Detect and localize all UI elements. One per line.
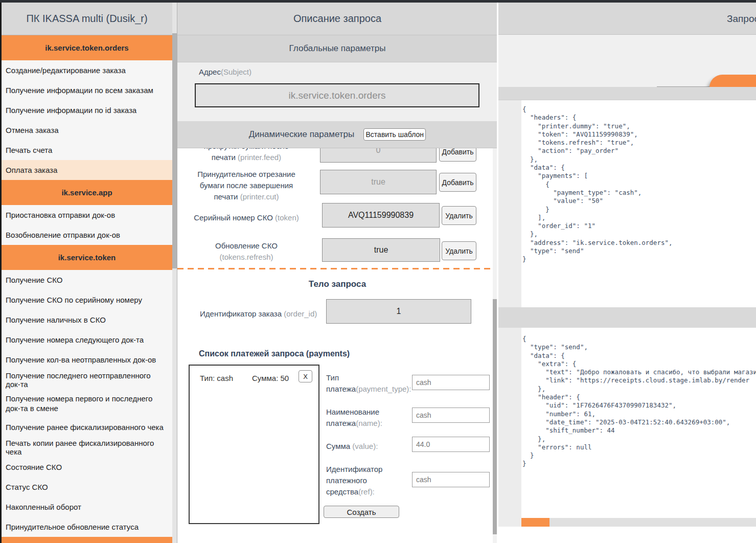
payments-list-title: Список платежей запроса (payments) bbox=[199, 349, 350, 358]
global-params-header: Глобальные параметры bbox=[177, 35, 497, 62]
sidebar-item-get-fiscalized-receipt[interactable]: Получение ранее фискализированного чека bbox=[2, 417, 172, 437]
sidebar-section-header-token-orders[interactable]: ik.service.token.orders bbox=[2, 35, 172, 60]
dynamic-params-title: Динамические параметры bbox=[249, 129, 355, 140]
address-section: Адрес(Subject) ik.service.token.orders bbox=[177, 62, 497, 121]
sidebar-section-header-partial[interactable] bbox=[2, 537, 172, 543]
tokens-refresh-input[interactable]: true bbox=[322, 238, 440, 262]
sidebar-item-get-unsent-count[interactable]: Получение кол-ва неотправленных док-ов bbox=[2, 350, 172, 370]
middle-scrollbar-thumb[interactable] bbox=[493, 299, 497, 534]
response-separator-band bbox=[498, 307, 756, 328]
payment-type-input[interactable]: cash bbox=[412, 375, 490, 390]
printer-cut-label: Принудительное отрезание бумаги после за… bbox=[177, 169, 315, 202]
sidebar-item-print-copy-fiscalized-receipt[interactable]: Печать копии ранее фискализированного че… bbox=[2, 437, 172, 457]
sidebar-item-resume-sending[interactable]: Возобновление отправки док-ов bbox=[2, 225, 172, 245]
sidebar: ПК IKASSA multi (Dusik_r) ik.service.tok… bbox=[0, 3, 172, 543]
request-panel-header: Запрос bbox=[498, 3, 756, 35]
response-json-text: { "type": "send", "data": { "extra": { "… bbox=[522, 335, 756, 468]
request-panel-title: Запрос bbox=[727, 3, 756, 35]
address-label: Адрес(Subject) bbox=[199, 67, 251, 76]
section-divider-dashed bbox=[177, 268, 494, 269]
request-body-title: Тело запроса bbox=[177, 279, 497, 289]
sidebar-item-sko-status[interactable]: Статус СКО bbox=[2, 477, 172, 497]
response-json-gutter bbox=[498, 328, 521, 518]
sidebar-item-pay-order-active[interactable]: Оплата заказа bbox=[2, 160, 172, 180]
sidebar-item-print-invoice[interactable]: Печать счета bbox=[2, 140, 172, 160]
payment-ref-label: Идентификатор платежного средства(ref): bbox=[326, 464, 414, 497]
sidebar-item-accumulated-turnover[interactable]: Накопленный оборот bbox=[2, 497, 172, 517]
sidebar-item-info-all-orders[interactable]: Получение информации по всем заказам bbox=[2, 80, 172, 100]
create-payment-button[interactable]: Создать bbox=[324, 506, 399, 518]
sidebar-item-get-last-unsent-doc[interactable]: Получение последнего неотправленного док… bbox=[2, 370, 172, 390]
sidebar-item-get-sko-by-serial[interactable]: Получение СКО по серийному номеру bbox=[2, 290, 172, 310]
insert-template-button[interactable]: Вставить шаблон bbox=[363, 128, 426, 141]
token-serial-label: Серийный номер СКО (token) bbox=[177, 212, 315, 223]
payment-type-label: Тип платежа(payment_type): bbox=[326, 372, 414, 395]
sidebar-section-header-app[interactable]: ik.service.app bbox=[2, 180, 172, 205]
sidebar-item-sko-state[interactable]: Состояние СКО bbox=[2, 457, 172, 477]
payment-name-input[interactable]: cash bbox=[412, 408, 490, 423]
tokens-refresh-label: Обновление СКО (tokens.refresh) bbox=[177, 240, 315, 263]
response-json-block: { "type": "send", "data": { "extra": { "… bbox=[498, 328, 756, 518]
payment-ref-input[interactable]: cash bbox=[412, 472, 490, 487]
payments-list-box: Тип: cash Сумма: 50 X bbox=[189, 365, 319, 524]
order-id-input[interactable]: 1 bbox=[326, 299, 471, 324]
response-hscrollbar-thumb[interactable] bbox=[521, 518, 549, 527]
payment-item-type: Тип: cash bbox=[200, 374, 233, 382]
address-code-label: (Subject) bbox=[221, 67, 251, 76]
sidebar-item-get-next-doc-number[interactable]: Получение номера следующего док-та bbox=[2, 330, 172, 350]
printer-cut-input[interactable]: true bbox=[320, 170, 437, 194]
order-id-label: Идентификатор заказа (order_id) bbox=[200, 309, 317, 318]
address-input[interactable]: ik.service.token.orders bbox=[195, 83, 479, 107]
sidebar-item-get-sko[interactable]: Получение СКО bbox=[2, 270, 172, 290]
payment-item-remove-button[interactable]: X bbox=[299, 370, 312, 382]
sidebar-item-force-status-update[interactable]: Принудительное обновление статуса bbox=[2, 517, 172, 537]
request-json-text: { "headers": { "printer.dummy": "true", … bbox=[522, 105, 673, 264]
middle-scrollbar-track bbox=[493, 148, 497, 543]
response-hscrollbar-gutter bbox=[498, 518, 521, 527]
sidebar-scrollbar-thumb[interactable] bbox=[172, 33, 177, 268]
request-action-bar bbox=[498, 35, 756, 87]
token-serial-delete-button[interactable]: Удалить bbox=[442, 206, 476, 225]
dynamic-params-header: Динамические параметры Вставить шаблон bbox=[177, 121, 497, 148]
sidebar-item-create-order[interactable]: Создание/редактирование заказа bbox=[2, 60, 172, 80]
request-description-panel: Описание запроса Глобальные параметры Ад… bbox=[177, 3, 497, 543]
printer-cut-add-button[interactable]: Добавить bbox=[439, 173, 476, 192]
sidebar-scrollbar-track bbox=[172, 3, 177, 543]
response-hscrollbar-track bbox=[498, 518, 756, 527]
sidebar-item-cancel-order[interactable]: Отмена заказа bbox=[2, 120, 172, 140]
request-json-gutter bbox=[498, 100, 521, 307]
sidebar-item-get-first-last-doc-in-shift[interactable]: Получение номера первого и последнего до… bbox=[2, 390, 172, 417]
payment-item-sum: Сумма: 50 bbox=[252, 374, 289, 382]
payment-sum-label: Сумма (value): bbox=[326, 441, 414, 452]
payment-sum-input[interactable]: 44.0 bbox=[412, 437, 490, 452]
request-separator-band bbox=[498, 87, 756, 100]
panel-title: Описание запроса bbox=[177, 3, 497, 35]
sidebar-section-header-token[interactable]: ik.service.token bbox=[2, 245, 172, 270]
payment-name-label: Наименование платежа(name): bbox=[326, 406, 414, 429]
request-json-block: { "headers": { "printer.dummy": "true", … bbox=[498, 100, 756, 307]
sidebar-item-pause-sending[interactable]: Приостановка отправки док-ов bbox=[2, 205, 172, 225]
sidebar-title: ПК IKASSA multi (Dusik_r) bbox=[2, 3, 172, 35]
tokens-refresh-delete-button[interactable]: Удалить bbox=[442, 241, 476, 260]
sidebar-item-info-by-id[interactable]: Получение информации по id заказа bbox=[2, 100, 172, 120]
token-serial-input[interactable]: AVQ11159990839 bbox=[322, 203, 440, 228]
sidebar-item-get-cash-in-sko[interactable]: Получение наличных в СКО bbox=[2, 310, 172, 330]
request-panel: Запрос { "headers": { "printer.dummy": "… bbox=[498, 3, 756, 543]
